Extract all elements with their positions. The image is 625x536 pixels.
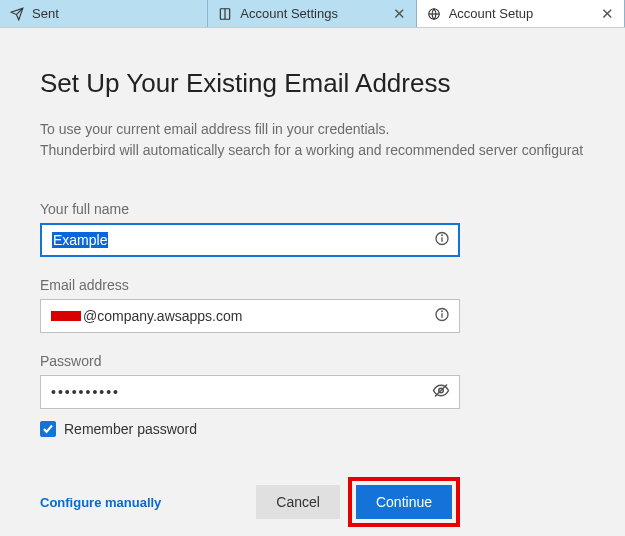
name-field-group: Your full name Example (40, 201, 585, 257)
tab-account-setup-label: Account Setup (449, 6, 534, 21)
cancel-button[interactable]: Cancel (256, 485, 340, 519)
name-input[interactable]: Example (40, 223, 460, 257)
email-input[interactable]: @company.awsapps.com (40, 299, 460, 333)
configure-manually-link[interactable]: Configure manually (40, 495, 161, 510)
close-icon[interactable]: ✕ (601, 5, 614, 23)
tab-account-setup[interactable]: Account Setup ✕ (417, 0, 625, 27)
page-description: To use your current email address fill i… (40, 119, 585, 161)
page-title: Set Up Your Existing Email Address (40, 68, 585, 99)
password-value: •••••••••• (51, 384, 120, 400)
password-label: Password (40, 353, 585, 369)
tab-bar: Sent Account Settings ✕ Account Setup ✕ (0, 0, 625, 28)
password-input[interactable]: •••••••••• (40, 375, 460, 409)
tab-account-settings[interactable]: Account Settings ✕ (208, 0, 416, 27)
close-icon[interactable]: ✕ (393, 5, 406, 23)
redacted-username (51, 311, 81, 321)
actions-row: Configure manually Cancel Continue (40, 477, 460, 527)
setup-content: Set Up Your Existing Email Address To us… (0, 28, 625, 536)
remember-label: Remember password (64, 421, 197, 437)
email-suffix: @company.awsapps.com (83, 308, 242, 324)
email-field-group: Email address @company.awsapps.com (40, 277, 585, 333)
globe-icon (427, 7, 441, 21)
book-icon (218, 7, 232, 21)
tab-sent-label: Sent (32, 6, 59, 21)
name-label: Your full name (40, 201, 585, 217)
email-label: Email address (40, 277, 585, 293)
remember-checkbox-row[interactable]: Remember password (40, 421, 585, 437)
tab-sent[interactable]: Sent (0, 0, 208, 27)
checkbox-checked-icon[interactable] (40, 421, 56, 437)
name-input-value: Example (52, 232, 108, 248)
highlight-annotation: Continue (348, 477, 460, 527)
continue-button[interactable]: Continue (356, 485, 452, 519)
password-field-group: Password •••••••••• Remember password (40, 353, 585, 437)
tab-account-settings-label: Account Settings (240, 6, 338, 21)
paper-plane-icon (10, 7, 24, 21)
